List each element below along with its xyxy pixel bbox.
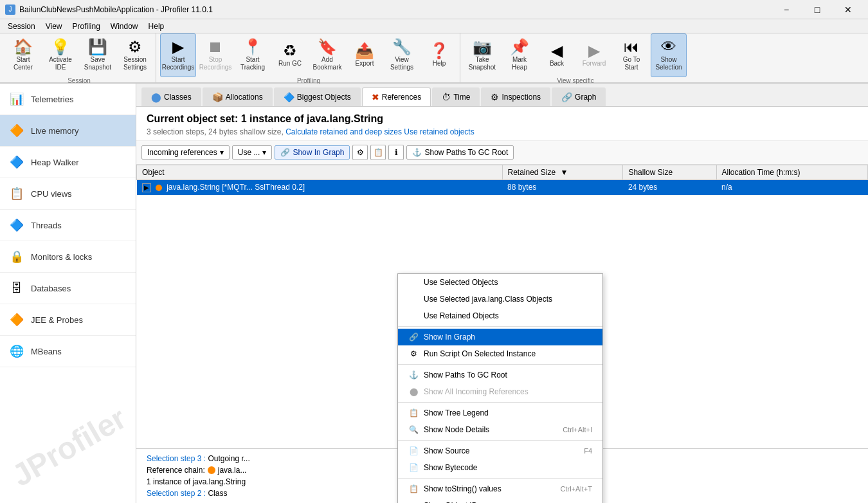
start-recordings-icon: ▶ (172, 39, 184, 55)
sidebar-item-cpu-views[interactable]: 📋 CPU views (0, 178, 136, 210)
start-center-button[interactable]: 🏠 Start Center (5, 33, 41, 77)
take-snapshot-button[interactable]: 📷 Take Snapshot (464, 33, 500, 77)
selection-info-text: 3 selection steps, 24 bytes shallow size… (147, 127, 284, 136)
start-tracking-icon: 📍 (243, 39, 262, 55)
object-cell: ▶ java.lang.String [*MQTr... SslThread 0… (137, 180, 503, 196)
ctx-paths-gc-icon: ⚓ (408, 370, 419, 380)
tab-inspections[interactable]: ⚙ Inspections (481, 87, 550, 106)
minimize-button[interactable]: − (772, 0, 801, 19)
sidebar-item-mbeans[interactable]: 🌐 MBeans (0, 336, 136, 367)
forward-button[interactable]: ▶ Forward (576, 33, 612, 77)
ctx-show-node-details[interactable]: 🔍 Show Node Details Ctrl+Alt+I (398, 421, 602, 438)
show-in-graph-label: Show In Graph (293, 148, 344, 157)
help-button[interactable]: ❓ Help (421, 33, 457, 77)
save-snapshot-button[interactable]: 💾 Save Snapshot (80, 33, 116, 77)
classes-tab-icon: ⬤ (151, 92, 161, 102)
session-settings-button[interactable]: ⚙ Session Settings (117, 33, 153, 77)
activate-ide-button[interactable]: 💡 Activate IDE (42, 33, 78, 77)
close-button[interactable]: ✕ (833, 0, 863, 19)
jee-probes-label: JEE & Probes (31, 315, 83, 325)
use-retained-link[interactable]: Use retained objects (404, 127, 474, 136)
selection-step-3-link[interactable]: Selection step 3 : (147, 454, 208, 463)
telemetries-icon: 📊 (8, 90, 26, 108)
tab-time[interactable]: ⏱ Time (432, 87, 480, 106)
ctx-use-retained-objects[interactable]: Use Retained Objects (398, 307, 602, 324)
ctx-use-retained-label: Use Retained Objects (424, 311, 499, 320)
show-in-graph-button[interactable]: 🔗 Show In Graph (275, 145, 350, 160)
copy-icon-button[interactable]: 📋 (370, 145, 386, 160)
tab-graph[interactable]: 🔗 Graph (552, 87, 606, 106)
go-to-start-button[interactable]: ⏮ Go To Start (613, 33, 649, 77)
time-tab-icon: ⏱ (442, 92, 451, 102)
ctx-use-selected-class-objects[interactable]: Use Selected java.lang.Class Objects (398, 291, 602, 307)
time-tab-label: Time (453, 93, 470, 102)
tab-biggest-objects[interactable]: 🔷 Biggest Objects (274, 87, 361, 106)
object-instance-icon (156, 185, 162, 191)
ctx-use-selected-objects[interactable]: Use Selected Objects (398, 274, 602, 291)
ctx-node-details-icon: 🔍 (408, 425, 419, 435)
mark-heap-button[interactable]: 📌 Mark Heap (502, 33, 538, 77)
mark-heap-icon: 📌 (510, 39, 529, 55)
tab-references[interactable]: ✖ References (362, 87, 431, 106)
tab-classes[interactable]: ⬤ Classes (141, 87, 201, 106)
threads-icon: 🔷 (8, 216, 26, 234)
add-bookmark-button[interactable]: 🔖 Add Bookmark (309, 33, 345, 77)
monitors-locks-icon: 🔒 (8, 248, 26, 266)
info-icon-button[interactable]: ℹ (388, 145, 404, 160)
shallow-size-column-header[interactable]: Shallow Size (623, 165, 716, 180)
sidebar-item-databases[interactable]: 🗄 Databases (0, 273, 136, 304)
start-recordings-button[interactable]: ▶ Start Recordings (160, 33, 196, 77)
use-button[interactable]: Use ... ▾ (232, 145, 273, 160)
allocation-time-column-header[interactable]: Allocation Time (h:m:s) (716, 165, 867, 180)
sidebar-item-jee-probes[interactable]: 🔶 JEE & Probes (0, 304, 136, 336)
menu-help[interactable]: Help (143, 19, 170, 33)
show-paths-gc-button[interactable]: ⚓ Show Paths To GC Root (406, 145, 514, 160)
object-column-header[interactable]: Object (137, 165, 503, 180)
selection-step-2-link[interactable]: Selection step 2 : (147, 489, 208, 498)
sidebar-item-threads[interactable]: 🔷 Threads (0, 210, 136, 241)
run-gc-button[interactable]: ♻ Run GC (272, 33, 308, 77)
ctx-show-bytecode[interactable]: 📄 Show Bytecode (398, 459, 602, 476)
menu-profiling[interactable]: Profiling (68, 19, 105, 33)
start-tracking-button[interactable]: 📍 Start Tracking (235, 33, 271, 77)
ctx-run-script[interactable]: ⚙ Run Script On Selected Instance (398, 345, 602, 362)
menu-view[interactable]: View (41, 19, 68, 33)
table-row[interactable]: ▶ java.lang.String [*MQTr... SslThread 0… (137, 180, 868, 196)
ctx-show-object-ids[interactable]: ✔ Show Object IDs (398, 497, 602, 503)
go-to-start-icon: ⏮ (624, 39, 639, 55)
ctx-show-tree-legend1[interactable]: 📋 Show Tree Legend (398, 405, 602, 421)
tab-allocations[interactable]: 📦 Allocations (203, 87, 273, 106)
stop-recordings-button[interactable]: ⏹ Stop Recordings (197, 33, 233, 77)
sidebar-item-monitors-locks[interactable]: 🔒 Monitors & locks (0, 241, 136, 273)
sort-indicator: ▼ (561, 168, 568, 177)
maximize-button[interactable]: □ (802, 0, 832, 19)
calculate-retained-link[interactable]: Calculate retained and deep sizes (285, 127, 402, 136)
ctx-show-graph-icon: 🔗 (408, 332, 419, 342)
show-graph-icon: 🔗 (280, 148, 290, 157)
sidebar-item-live-memory[interactable]: 🔶 Live memory (0, 115, 136, 147)
incoming-references-dropdown[interactable]: Incoming references ▾ (141, 145, 230, 160)
show-selection-button[interactable]: 👁 Show Selection (651, 33, 687, 77)
sidebar-item-telemetries[interactable]: 📊 Telemetries (0, 84, 136, 115)
ctx-show-in-graph[interactable]: 🔗 Show In Graph (398, 329, 602, 345)
ctx-separator-3 (398, 402, 602, 403)
retained-size-column-header[interactable]: Retained Size ▼ (502, 165, 623, 180)
export-icon: 📤 (355, 43, 374, 59)
menu-window[interactable]: Window (105, 19, 143, 33)
view-settings-toolbar-button[interactable]: 🔧 View Settings (384, 33, 420, 77)
export-button[interactable]: 📤 Export (347, 33, 383, 77)
menu-session[interactable]: Session (3, 19, 41, 33)
settings-icon-button[interactable]: ⚙ (352, 145, 368, 160)
ctx-show-tostring[interactable]: 📋 Show toString() values Ctrl+Alt+T (398, 480, 602, 497)
ref-chain-dot-icon (208, 466, 215, 474)
row-expand-button[interactable]: ▶ (142, 183, 151, 192)
ctx-show-paths-gc[interactable]: ⚓ Show Paths To GC Root (398, 367, 602, 383)
window-title: BailunClubNewsPushMobileApplication - JP… (19, 5, 213, 14)
ctx-show-source[interactable]: 📄 Show Source F4 (398, 443, 602, 459)
sidebar-item-heap-walker[interactable]: 🔷 Heap Walker (0, 147, 136, 178)
ctx-use-class-label: Use Selected java.lang.Class Objects (424, 295, 552, 304)
inspections-tab-label: Inspections (502, 93, 541, 102)
back-button[interactable]: ◀ Back (539, 33, 575, 77)
use-button-arrow-icon: ▾ (262, 148, 266, 157)
references-tab-icon: ✖ (372, 92, 379, 102)
